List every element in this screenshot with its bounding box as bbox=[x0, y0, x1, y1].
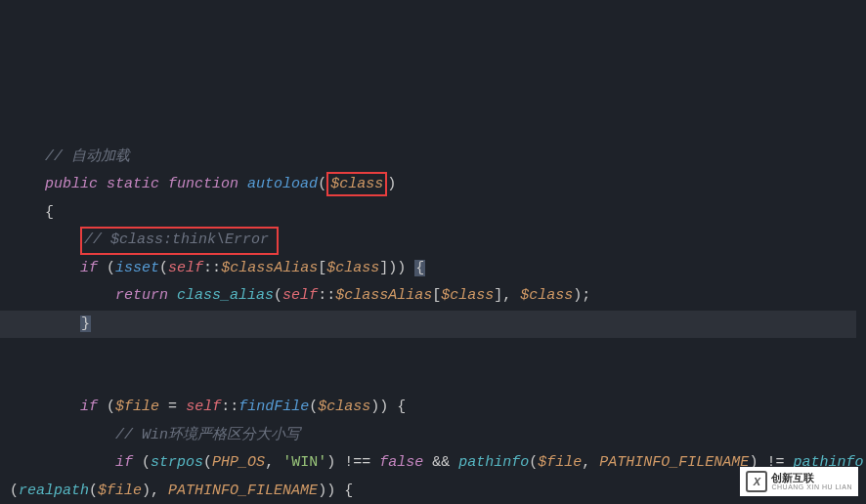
self: self bbox=[282, 287, 318, 304]
code-line: // $class:think\Error bbox=[10, 231, 279, 248]
keyword-if: if bbox=[80, 399, 98, 415]
variable: $file bbox=[98, 483, 142, 499]
static-var: $classAlias bbox=[221, 260, 318, 276]
keyword-if: if bbox=[80, 260, 98, 276]
code-line: // 自动加载 bbox=[10, 148, 130, 165]
code-line: if ($file = self::findFile($class)) { bbox=[10, 399, 406, 415]
static-var: $classAlias bbox=[335, 287, 432, 304]
comment: // $class:think\Error bbox=[84, 231, 269, 248]
self: self bbox=[186, 399, 221, 415]
variable: $class bbox=[330, 176, 383, 192]
code-line: if (isset(self::$classAlias[$class])) { bbox=[10, 260, 425, 276]
comment: // 自动加载 bbox=[45, 148, 130, 165]
logo-en: CHUANG XIN HU LIAN bbox=[771, 483, 852, 491]
self: self bbox=[168, 260, 203, 276]
keyword-if: if bbox=[115, 454, 133, 471]
variable: $class bbox=[441, 287, 494, 304]
logo-text: 创新互联 CHUANG XIN HU LIAN bbox=[771, 472, 852, 491]
variable: $file bbox=[115, 399, 159, 415]
keyword-public: public bbox=[45, 176, 98, 192]
bool: false bbox=[379, 454, 423, 471]
code-line bbox=[10, 371, 19, 388]
variable: $class bbox=[520, 287, 573, 304]
paren: ( bbox=[318, 176, 326, 192]
constant: PHP_OS bbox=[212, 454, 265, 471]
code-line-active: } bbox=[0, 311, 856, 339]
function-call: strpos bbox=[151, 454, 203, 471]
code-line: public static function autoload($class) bbox=[10, 176, 396, 192]
logo-icon: X bbox=[746, 471, 767, 492]
code-line: (realpath($file), PATHINFO_FILENAME)) { bbox=[10, 483, 353, 499]
brace-highlighted: { bbox=[414, 260, 425, 276]
function-call: class_alias bbox=[177, 287, 274, 304]
highlight-box-param: $class bbox=[326, 172, 387, 196]
keyword-return: return bbox=[115, 287, 168, 304]
code-line: { bbox=[10, 204, 54, 221]
paren: ) bbox=[387, 176, 396, 192]
keyword-static: static bbox=[107, 176, 159, 192]
code-line: return class_alias(self::$classAlias[$cl… bbox=[10, 287, 590, 304]
keyword-function: function bbox=[168, 176, 238, 192]
variable: $class bbox=[318, 399, 370, 415]
code-line: if (strpos(PHP_OS, 'WIN') !== false && p… bbox=[10, 454, 863, 471]
code-line: // Win环境严格区分大小写 bbox=[10, 427, 300, 443]
logo-cn: 创新互联 bbox=[771, 472, 852, 483]
function-name: autoload bbox=[247, 176, 318, 192]
brace: { bbox=[45, 204, 54, 221]
method-call: findFile bbox=[238, 399, 309, 415]
variable: $file bbox=[538, 454, 582, 471]
constant: PATHINFO_FILENAME bbox=[168, 483, 318, 499]
string: 'WIN' bbox=[282, 454, 326, 471]
function-call: realpath bbox=[19, 483, 89, 499]
function-call: pathinfo bbox=[458, 454, 529, 471]
brace-cursor: } bbox=[80, 315, 91, 332]
variable: $class bbox=[326, 260, 379, 276]
constant: PATHINFO_FILENAME bbox=[599, 454, 749, 471]
comment: // Win环境严格区分大小写 bbox=[115, 427, 300, 443]
highlight-box-comment: // $class:think\Error bbox=[80, 227, 279, 255]
watermark-logo: X 创新互联 CHUANG XIN HU LIAN bbox=[740, 467, 858, 496]
code-editor[interactable]: // 自动加载 public static function autoload(… bbox=[0, 111, 866, 504]
isset: isset bbox=[115, 260, 159, 276]
